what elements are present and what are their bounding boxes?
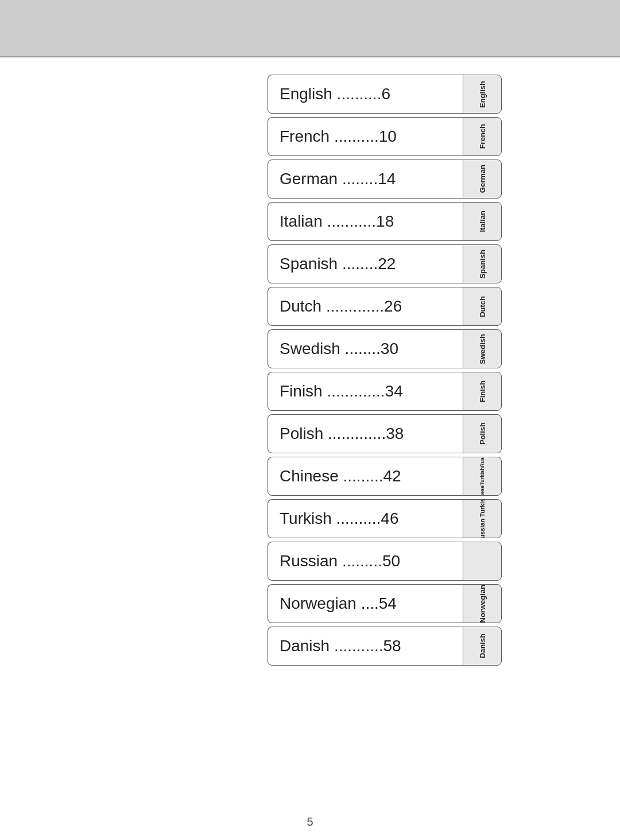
- toc-label-chinese: Chinese .........42: [280, 467, 401, 485]
- toc-tab-text-polish: Polish: [478, 422, 487, 445]
- toc-tab-text-chinese2: Chinese: [479, 485, 485, 496]
- toc-row: Finish .............34 Finish: [268, 372, 502, 411]
- toc-row: Norwegian ....54 Norwegian: [268, 584, 502, 623]
- toc-tab-text-danish: Danish: [478, 633, 487, 658]
- toc-main-italian[interactable]: Italian ...........18: [268, 202, 463, 241]
- toc-row: Spanish ........22 Spanish: [268, 244, 502, 283]
- toc-tab-text-finish: Finish: [478, 380, 487, 402]
- toc-tab-turkish[interactable]: Russian Turkish: [463, 499, 502, 538]
- toc-tab-german[interactable]: German: [463, 160, 502, 199]
- toc-main-german[interactable]: German ........14: [268, 160, 463, 199]
- toc-row: French ..........10 French: [268, 117, 502, 156]
- toc-tab-polish[interactable]: Polish: [463, 414, 502, 453]
- toc-main-chinese[interactable]: Chinese .........42: [268, 457, 463, 496]
- toc-main-polish[interactable]: Polish .............38: [268, 414, 463, 453]
- toc-row: Swedish ........30 Swedish: [268, 329, 502, 368]
- toc-main-spanish[interactable]: Spanish ........22: [268, 244, 463, 283]
- toc-tab-danish[interactable]: Danish: [463, 627, 502, 666]
- toc-tab-text-dutch: Dutch: [478, 296, 487, 317]
- toc-row: German ........14 German: [268, 160, 502, 199]
- toc-tab-swedish[interactable]: Swedish: [463, 329, 502, 368]
- toc-tab-text-turkish2: Turkish: [479, 467, 485, 485]
- header-bar: [0, 0, 620, 57]
- toc-row: Turkish ..........46 Russian Turkish: [268, 499, 502, 538]
- toc-tab-text-german: German: [478, 165, 487, 193]
- toc-label-dutch: Dutch .............26: [280, 297, 402, 316]
- toc-main-finish[interactable]: Finish .............34: [268, 372, 463, 411]
- toc-tab-spanish[interactable]: Spanish: [463, 244, 502, 283]
- toc-tab-text-french: French: [478, 124, 487, 149]
- toc-tab-italian[interactable]: Italian: [463, 202, 502, 241]
- toc-tab-text-spanish: Spanish: [478, 250, 487, 279]
- toc-row: Italian ...........18 Italian: [268, 202, 502, 241]
- toc-label-russian: Russian .........50: [280, 552, 400, 570]
- toc-tab-text-russian2: Russian: [479, 457, 485, 467]
- toc-main-french[interactable]: French ..........10: [268, 117, 463, 156]
- toc-tab-text-italian: Italian: [478, 211, 487, 232]
- toc-tab-french[interactable]: French: [463, 117, 502, 156]
- toc-label-turkish: Turkish ..........46: [280, 510, 398, 528]
- toc-label-danish: Danish ...........58: [280, 637, 401, 655]
- toc-label-spanish: Spanish ........22: [280, 255, 396, 273]
- toc-main-russian[interactable]: Russian .........50: [268, 542, 463, 581]
- toc-row: Polish .............38 Polish: [268, 414, 502, 453]
- toc-main-english[interactable]: English ..........6: [268, 75, 463, 114]
- toc-main-swedish[interactable]: Swedish ........30: [268, 329, 463, 368]
- toc-tab-dutch[interactable]: Dutch: [463, 287, 502, 326]
- toc-label-polish: Polish .............38: [280, 425, 404, 443]
- toc-label-finish: Finish .............34: [280, 382, 403, 400]
- toc-label-italian: Italian ...........18: [280, 212, 394, 231]
- toc-label-english: English ..........6: [280, 85, 390, 103]
- toc-label-norwegian: Norwegian ....54: [280, 594, 397, 613]
- toc-tab-russian[interactable]: R: [463, 542, 502, 581]
- toc-row: Chinese .........42 Russian Turkish Chin…: [268, 457, 502, 496]
- content-area: English ..........6 English French .....…: [0, 69, 620, 806]
- toc-tab-chinese[interactable]: Russian Turkish Chinese: [463, 457, 502, 496]
- toc-tab-finish[interactable]: Finish: [463, 372, 502, 411]
- toc-tab-text-swedish: Swedish: [478, 334, 487, 364]
- toc-main-turkish[interactable]: Turkish ..........46: [268, 499, 463, 538]
- toc-tab-multi-chinese: Russian Turkish Chinese: [479, 457, 485, 496]
- toc-main-danish[interactable]: Danish ...........58: [268, 627, 463, 666]
- toc-label-german: German ........14: [280, 170, 396, 188]
- toc-tab-text-turkish: Russian Turkish: [479, 499, 486, 538]
- toc-tab-english[interactable]: English: [463, 75, 502, 114]
- toc-row: English ..........6 English: [268, 75, 502, 114]
- toc-container: English ..........6 English French .....…: [268, 75, 502, 666]
- toc-row: Dutch .............26 Dutch: [268, 287, 502, 326]
- toc-main-norwegian[interactable]: Norwegian ....54: [268, 584, 463, 623]
- toc-row: Russian .........50 R: [268, 542, 502, 581]
- toc-tab-norwegian[interactable]: Norwegian: [463, 584, 502, 623]
- page-number: 5: [307, 815, 313, 829]
- toc-label-swedish: Swedish ........30: [280, 340, 398, 358]
- toc-label-french: French ..........10: [280, 127, 397, 146]
- toc-tab-text-norwegian: Norwegian: [478, 585, 487, 623]
- toc-row: Danish ...........58 Danish: [268, 627, 502, 666]
- toc-tab-text-english: English: [478, 81, 487, 108]
- toc-main-dutch[interactable]: Dutch .............26: [268, 287, 463, 326]
